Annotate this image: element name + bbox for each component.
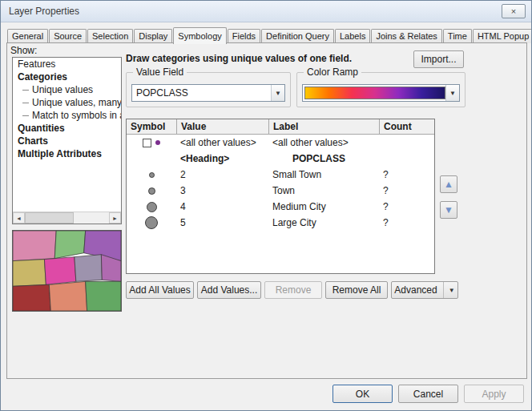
label-cell: Large City <box>268 215 379 231</box>
chevron-down-icon: ▼ <box>445 85 459 101</box>
scrollbar-track[interactable] <box>25 212 109 224</box>
tab-selection[interactable]: Selection <box>87 29 133 43</box>
label-cell: Town <box>268 183 379 199</box>
close-button[interactable]: × <box>502 4 526 18</box>
map-polygon <box>13 284 50 311</box>
count-cell <box>379 135 435 151</box>
ok-button[interactable]: OK <box>332 385 393 403</box>
color-ramp-group: Color Ramp ▼ <box>296 72 466 107</box>
value-field-select[interactable]: POPCLASS ▼ <box>131 84 285 102</box>
tab-display[interactable]: Display <box>134 29 172 43</box>
preview-map-image <box>13 231 121 311</box>
titlebar[interactable]: Layer Properties <box>1 1 531 22</box>
map-polygon <box>86 281 121 311</box>
move-up-button[interactable]: ▲ <box>440 175 457 193</box>
label-cell: POPCLASS <box>268 151 379 167</box>
advanced-dropdown-icon: ▼ <box>443 282 455 298</box>
show-item-unique-values-many[interactable]: Unique values, many <box>13 96 121 109</box>
point-symbol-icon <box>147 202 157 212</box>
color-ramp-preview <box>304 87 445 99</box>
value-field-group: Value Field POPCLASS ▼ <box>126 72 291 107</box>
tab-html-popup[interactable]: HTML Popup <box>473 29 532 43</box>
symbology-preview-map <box>12 230 122 312</box>
show-item-charts[interactable]: Charts <box>13 135 121 147</box>
symbology-tab-page: Show: Features Categories Unique values … <box>6 42 527 379</box>
down-arrow-icon: ▼ <box>444 204 453 216</box>
apply-button[interactable]: Apply <box>464 385 524 403</box>
symbol-cell <box>127 135 176 151</box>
color-ramp-label: Color Ramp <box>304 66 361 78</box>
show-item-multiple-attributes[interactable]: Multiple Attributes <box>13 147 121 160</box>
map-polygon <box>75 255 102 282</box>
count-cell: ? <box>379 199 435 215</box>
point-symbol-icon <box>149 172 155 178</box>
value-cell: 5 <box>176 215 268 231</box>
add-values-button[interactable]: Add Values... <box>197 281 261 299</box>
show-item-match-to-symbols[interactable]: Match to symbols in a <box>13 109 121 122</box>
tab-symbology[interactable]: Symbology <box>173 27 226 44</box>
tab-time[interactable]: Time <box>443 29 472 43</box>
scroll-right-icon[interactable]: ► <box>109 212 121 224</box>
symbol-row-all-other-values[interactable]: <all other values> <all other values> <box>127 135 434 151</box>
layer-properties-dialog: { "window": { "title": "Layer Properties… <box>0 0 532 411</box>
symbol-cell <box>127 215 176 231</box>
map-polygon <box>54 231 85 259</box>
tree-horizontal-scrollbar[interactable]: ◄ ► <box>13 212 121 224</box>
column-header-count[interactable]: Count <box>379 119 435 134</box>
label-cell: Small Town <box>268 167 379 183</box>
description-text: Draw categories using unique values of o… <box>126 53 352 64</box>
symbol-cell <box>127 199 176 215</box>
scroll-left-icon[interactable]: ◄ <box>13 212 25 224</box>
symbol-row-5[interactable]: 5 Large City ? <box>127 215 434 231</box>
color-ramp-select[interactable]: ▼ <box>302 84 460 102</box>
symbol-cell <box>127 183 176 199</box>
map-polygon <box>44 257 75 285</box>
symbol-row-3[interactable]: 3 Town ? <box>127 183 434 199</box>
point-symbol-icon <box>145 216 158 229</box>
tab-source[interactable]: Source <box>49 29 87 43</box>
up-arrow-icon: ▲ <box>444 179 453 190</box>
value-cell: <Heading> <box>176 151 268 167</box>
show-item-quantities[interactable]: Quantities <box>13 122 121 135</box>
add-all-values-button[interactable]: Add All Values <box>126 281 194 299</box>
tab-definition-query[interactable]: Definition Query <box>261 29 334 43</box>
symbol-row-heading[interactable]: <Heading> POPCLASS <box>127 151 434 167</box>
column-header-symbol[interactable]: Symbol <box>127 119 176 134</box>
advanced-label: Advanced <box>394 284 437 296</box>
show-item-categories[interactable]: Categories <box>13 71 121 83</box>
tab-strip: General Source Selection Display Symbolo… <box>7 27 526 43</box>
advanced-button[interactable]: Advanced ▼ <box>391 281 458 299</box>
remove-all-button[interactable]: Remove All <box>325 281 388 299</box>
tab-general[interactable]: General <box>7 29 48 43</box>
import-button[interactable]: Import... <box>413 50 464 68</box>
column-header-label[interactable]: Label <box>268 119 379 134</box>
symbol-row-2[interactable]: 2 Small Town ? <box>127 167 434 183</box>
count-cell: ? <box>379 215 435 231</box>
value-cell: 4 <box>176 199 268 215</box>
show-label: Show: <box>10 45 37 56</box>
symbol-cell <box>127 151 176 167</box>
close-icon: × <box>511 6 516 16</box>
tab-labels[interactable]: Labels <box>335 29 370 43</box>
count-cell <box>379 151 435 167</box>
column-header-value[interactable]: Value <box>176 119 268 134</box>
value-field-label: Value Field <box>133 66 187 78</box>
symbol-cell <box>127 167 176 183</box>
point-symbol-icon <box>148 187 155 195</box>
tab-joins-relates[interactable]: Joins & Relates <box>371 29 441 43</box>
show-item-unique-values[interactable]: Unique values <box>13 83 121 96</box>
value-cell: 2 <box>176 167 268 183</box>
tab-fields[interactable]: Fields <box>228 29 260 43</box>
label-cell: <all other values> <box>268 135 379 151</box>
remove-button[interactable]: Remove <box>264 281 322 299</box>
symbol-table-header: Symbol Value Label Count <box>127 119 434 135</box>
value-cell: 3 <box>176 183 268 199</box>
symbol-table: Symbol Value Label Count <all other valu… <box>126 119 435 274</box>
scrollbar-thumb[interactable] <box>25 212 74 224</box>
cancel-button[interactable]: Cancel <box>398 385 458 403</box>
count-cell: ? <box>379 167 435 183</box>
show-item-features[interactable]: Features <box>13 58 121 71</box>
all-other-values-checkbox[interactable] <box>143 139 151 147</box>
symbol-row-4[interactable]: 4 Medium City ? <box>127 199 434 215</box>
move-down-button[interactable]: ▼ <box>440 201 457 219</box>
